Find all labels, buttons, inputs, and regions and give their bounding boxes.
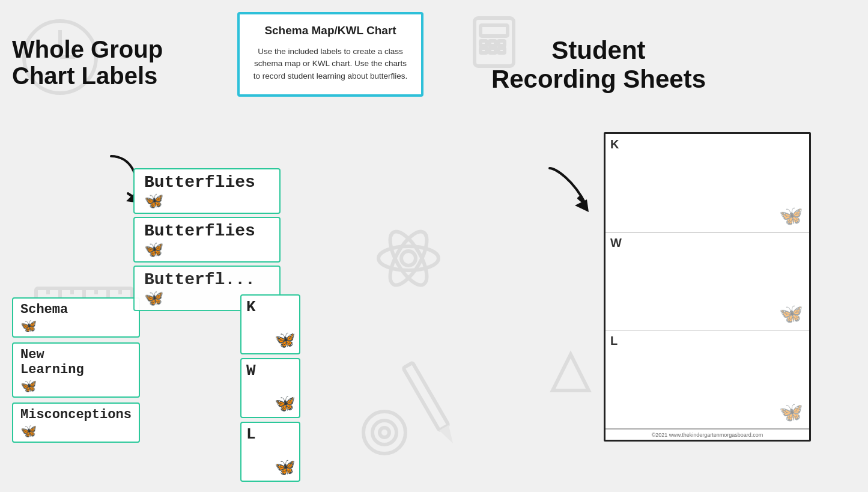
misconceptions-label-text: Misconceptions bbox=[20, 407, 132, 422]
svg-point-12 bbox=[378, 246, 439, 270]
kwl-l-butterfly: 🦋 bbox=[275, 457, 296, 477]
butterfly-label-1-icon: 🦋 bbox=[144, 192, 163, 210]
kwl-k-letter: K bbox=[246, 298, 256, 316]
butterfly-label-2: Butterflies 🦋 bbox=[133, 217, 281, 263]
kwl-sheet-footer: ©2021 www.thekindergartenmorgasboard.com bbox=[605, 429, 809, 440]
kwl-w-butterfly: 🦋 bbox=[275, 393, 296, 413]
butterfly-label-3-icon: 🦋 bbox=[144, 289, 163, 308]
kwl-sheet-l-butterfly: 🦋 bbox=[779, 401, 803, 424]
kwl-boxes-group: K 🦋 W 🦋 L 🦋 bbox=[240, 294, 300, 482]
kwl-w-letter: W bbox=[246, 362, 256, 380]
svg-marker-16 bbox=[439, 425, 458, 446]
schema-label-text: Schema bbox=[20, 302, 68, 317]
kwl-sheet-k-butterfly: 🦋 bbox=[779, 204, 803, 227]
whole-group-section: Whole Group Chart Labels bbox=[0, 36, 180, 95]
kwl-sheet-row-k: K 🦋 bbox=[605, 134, 809, 232]
svg-rect-5 bbox=[481, 41, 487, 46]
svg-marker-25 bbox=[553, 354, 589, 390]
new-learning-label-text: NewLearning bbox=[20, 347, 84, 377]
schema-map-card-desc: Use the included labels to create a clas… bbox=[252, 46, 409, 82]
new-learning-butterfly: 🦋 bbox=[20, 378, 37, 394]
svg-point-13 bbox=[383, 226, 434, 291]
svg-point-14 bbox=[383, 226, 434, 291]
butterfly-label-2-text: Butterflies bbox=[144, 222, 255, 240]
kwl-sheet-l-letter: L bbox=[610, 334, 618, 347]
kwl-k-butterfly: 🦋 bbox=[275, 330, 296, 350]
misconceptions-label-card: Misconceptions 🦋 bbox=[12, 402, 140, 443]
butterfly-label-2-icon: 🦋 bbox=[144, 240, 163, 259]
kwl-sheet-w-butterfly: 🦋 bbox=[779, 302, 803, 325]
butterfly-labels-stack: Butterflies 🦋 Butterflies 🦋 Butterfl... … bbox=[133, 168, 281, 311]
svg-point-11 bbox=[401, 251, 416, 266]
kwl-box-w: W 🦋 bbox=[240, 358, 300, 418]
new-learning-label-card: NewLearning 🦋 bbox=[12, 342, 140, 398]
kwl-box-k: K 🦋 bbox=[240, 294, 300, 354]
kwl-sheet-k-letter: K bbox=[610, 138, 619, 151]
kwl-l-letter: L bbox=[246, 425, 256, 443]
svg-rect-4 bbox=[481, 25, 508, 36]
svg-point-27 bbox=[372, 421, 396, 445]
svg-point-28 bbox=[380, 428, 389, 437]
butterfly-label-1-text: Butterflies bbox=[144, 173, 255, 192]
student-recording-title: Student Recording Sheets bbox=[491, 36, 706, 94]
schema-butterfly: 🦋 bbox=[20, 318, 37, 334]
kwl-sheet-row-l: L 🦋 bbox=[605, 330, 809, 429]
schema-map-card: Schema Map/KWL Chart Use the included la… bbox=[237, 12, 423, 97]
whole-group-title: Whole Group Chart Labels bbox=[12, 36, 180, 89]
kwl-sheet-row-w: W 🦋 bbox=[605, 232, 809, 331]
kwl-recording-sheet: K 🦋 W 🦋 L 🦋 ©2021 www.thekindergartenmor… bbox=[604, 132, 811, 442]
kwl-box-l: L 🦋 bbox=[240, 422, 300, 482]
schema-label-card: Schema 🦋 bbox=[12, 297, 140, 338]
schema-map-card-title: Schema Map/KWL Chart bbox=[252, 24, 409, 37]
label-cards-group: Schema 🦋 NewLearning 🦋 Misconceptions 🦋 bbox=[12, 297, 140, 443]
butterfly-label-1: Butterflies 🦋 bbox=[133, 168, 281, 214]
butterfly-label-3-text: Butterfl... bbox=[144, 270, 255, 289]
kwl-sheet-w-letter: W bbox=[610, 236, 622, 249]
arrow-right-decoration bbox=[538, 162, 610, 222]
misconceptions-butterfly: 🦋 bbox=[20, 424, 37, 439]
svg-rect-8 bbox=[481, 48, 487, 53]
svg-point-26 bbox=[363, 412, 405, 454]
svg-rect-15 bbox=[403, 363, 449, 431]
